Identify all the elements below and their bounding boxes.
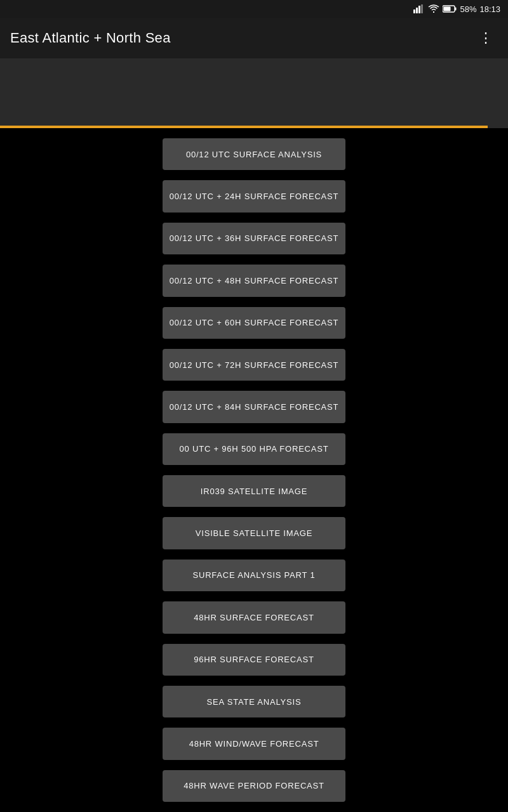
svg-rect-3 bbox=[421, 4, 423, 13]
forecast-button-3[interactable]: 00/12 UTC + 36H SURFACE FORECAST bbox=[163, 223, 345, 254]
battery-percent: 58% bbox=[460, 4, 476, 14]
svg-rect-5 bbox=[455, 8, 457, 11]
forecast-button-7[interactable]: 00/12 UTC + 84H SURFACE FORECAST bbox=[163, 391, 345, 422]
buttons-list: 00/12 UTC SURFACE ANALYSIS00/12 UTC + 24… bbox=[0, 128, 508, 812]
status-icons: 58% 18:13 bbox=[413, 4, 500, 14]
battery-icon bbox=[443, 5, 457, 13]
forecast-button-10[interactable]: VISIBLE SATELLITE IMAGE bbox=[163, 517, 345, 549]
app-title: East Atlantic + North Sea bbox=[10, 30, 171, 46]
forecast-button-6[interactable]: 00/12 UTC + 72H SURFACE FORECAST bbox=[163, 349, 345, 381]
progress-bar bbox=[0, 126, 488, 128]
app-bar: East Atlantic + North Sea ⋮ bbox=[0, 18, 508, 58]
svg-rect-1 bbox=[416, 8, 418, 13]
forecast-button-5[interactable]: 00/12 UTC + 60H SURFACE FORECAST bbox=[163, 307, 345, 339]
time-display: 18:13 bbox=[479, 4, 500, 14]
svg-rect-0 bbox=[413, 10, 415, 13]
svg-rect-2 bbox=[418, 6, 420, 13]
map-area bbox=[0, 58, 508, 128]
wifi-icon bbox=[428, 4, 439, 13]
status-bar: 58% 18:13 bbox=[0, 0, 508, 18]
forecast-button-1[interactable]: 00/12 UTC SURFACE ANALYSIS bbox=[163, 138, 345, 170]
forecast-button-16[interactable]: 48HR WAVE PERIOD FORECAST bbox=[163, 770, 345, 802]
forecast-button-8[interactable]: 00 UTC + 96H 500 HPA FORECAST bbox=[163, 433, 345, 465]
forecast-button-12[interactable]: 48HR SURFACE FORECAST bbox=[163, 601, 345, 633]
forecast-button-11[interactable]: SURFACE ANALYSIS PART 1 bbox=[163, 560, 345, 591]
forecast-button-13[interactable]: 96HR SURFACE FORECAST bbox=[163, 644, 345, 676]
forecast-button-15[interactable]: 48HR WIND/WAVE FORECAST bbox=[163, 728, 345, 759]
forecast-button-14[interactable]: SEA STATE ANALYSIS bbox=[163, 686, 345, 717]
signal-icon bbox=[413, 4, 425, 13]
forecast-button-4[interactable]: 00/12 UTC + 48H SURFACE FORECAST bbox=[163, 265, 345, 296]
overflow-menu-icon[interactable]: ⋮ bbox=[474, 25, 498, 51]
forecast-button-2[interactable]: 00/12 UTC + 24H SURFACE FORECAST bbox=[163, 180, 345, 212]
forecast-button-9[interactable]: IR039 SATELLITE IMAGE bbox=[163, 475, 345, 507]
svg-rect-6 bbox=[444, 7, 451, 11]
